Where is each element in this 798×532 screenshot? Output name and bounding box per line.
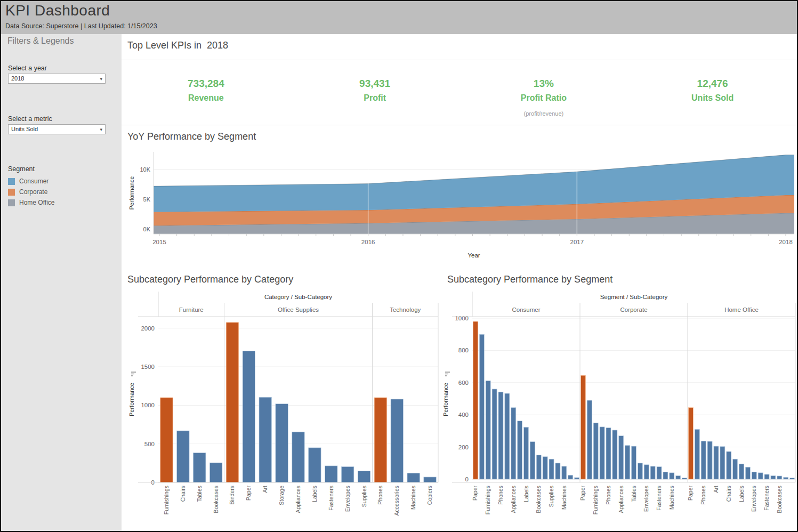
bar-label: Appliances — [510, 486, 517, 513]
subcategory-by-segment-chart[interactable]: Segment / Sub-Category02004006008001000C… — [442, 292, 795, 514]
bar — [549, 459, 554, 479]
bar-label: Envelopes — [344, 486, 351, 512]
consumer-swatch-icon — [8, 178, 15, 185]
bar-label: Paper — [579, 486, 586, 501]
bar — [727, 452, 731, 479]
group-label: Technology — [390, 307, 421, 313]
bar-label: Copiers — [426, 486, 433, 505]
group-label: Furniture — [179, 307, 204, 313]
bar-label: Envelopes — [751, 486, 757, 512]
dashboard-header: KPI Dashboard Data Source: Superstore | … — [1, 1, 797, 34]
bar — [771, 475, 776, 479]
bar-label: Envelopes — [643, 486, 649, 512]
subcategory-by-category-chart[interactable]: Category / Sub-Category0500100015002000F… — [128, 292, 438, 516]
bar — [625, 446, 630, 479]
bar — [619, 436, 624, 479]
filters-legends-title: Filters & Legends — [7, 36, 74, 46]
home-office-swatch-icon — [8, 199, 15, 206]
bar — [790, 478, 795, 479]
bar-label: Fasteners — [328, 486, 334, 511]
bar-label: Fasteners — [763, 486, 770, 511]
bar-label: Bookcases — [776, 486, 783, 513]
corporate-swatch-icon — [8, 189, 15, 196]
legend-label: Consumer — [19, 178, 49, 185]
bar — [777, 476, 782, 479]
bar — [518, 421, 522, 479]
bar — [707, 441, 712, 479]
x-axis-title: Year — [467, 252, 480, 259]
group-label: Corporate — [620, 307, 647, 313]
bar — [358, 471, 370, 482]
bar — [479, 334, 484, 479]
yoy-area-chart[interactable]: 0K5K10K2015201620172018YearPerformance — [128, 152, 794, 259]
bar — [209, 463, 222, 482]
dashboard-subtitle: Data Source: Superstore | Last Updated: … — [5, 22, 157, 30]
bar-label: Supplies — [548, 486, 554, 507]
bar — [752, 472, 756, 479]
charts-canvas[interactable]: 0K5K10K2015201620172018YearPerformanceCa… — [122, 34, 797, 531]
bar — [374, 398, 386, 482]
bar — [764, 474, 769, 479]
bar — [309, 448, 321, 482]
bar — [745, 467, 750, 479]
svg-text:2015: 2015 — [152, 239, 166, 245]
bar — [407, 473, 420, 482]
bar — [492, 389, 497, 479]
bar — [530, 442, 535, 479]
svg-text:1000: 1000 — [455, 315, 469, 321]
bar-label: Labels — [738, 486, 745, 502]
bar-label: Phones — [377, 486, 383, 505]
group-label: Office Supplies — [278, 307, 319, 313]
bar-label: Art — [713, 486, 719, 493]
bar — [391, 399, 403, 482]
svg-text:2000: 2000 — [141, 325, 155, 332]
svg-text:800: 800 — [458, 347, 469, 353]
sort-icon — [445, 372, 450, 376]
bar — [543, 457, 547, 479]
bar-label: Appliances — [295, 486, 301, 513]
legend-item-consumer[interactable]: Consumer — [8, 176, 54, 187]
bar-label: Binders — [229, 486, 235, 505]
bar — [575, 478, 579, 479]
bar — [720, 447, 725, 479]
bar-label: Storage — [278, 486, 285, 505]
year-filter-dropdown[interactable]: 2018 ▾ — [8, 74, 106, 84]
metric-filter-value: Units Sold — [11, 126, 38, 132]
group-label: Consumer — [512, 307, 540, 313]
bar — [784, 477, 788, 479]
svg-text:400: 400 — [458, 412, 469, 418]
bar — [341, 466, 353, 482]
bar — [644, 465, 649, 479]
bar — [682, 478, 687, 479]
bar-label: Phones — [700, 486, 706, 505]
bar-label: Appliances — [618, 486, 624, 513]
bar-label: Machines — [561, 486, 567, 510]
metric-filter-label: Select a metric — [8, 115, 52, 123]
svg-text:200: 200 — [458, 444, 469, 450]
bar — [536, 455, 541, 479]
svg-text:2017: 2017 — [570, 239, 584, 245]
bar-label: Fasteners — [656, 486, 662, 511]
bar — [606, 428, 611, 479]
bar-label: Tables — [631, 486, 637, 502]
bar — [581, 375, 585, 479]
bar — [670, 473, 674, 479]
bar — [243, 351, 255, 482]
bar-label: Chairs — [180, 486, 186, 502]
bar-label: Furnishings — [485, 486, 491, 514]
legend-item-corporate[interactable]: Corporate — [8, 187, 54, 197]
bar — [555, 463, 560, 479]
bar — [226, 323, 238, 482]
bar — [701, 441, 706, 479]
bar-label: Phones — [605, 486, 611, 505]
metric-filter-dropdown[interactable]: Units Sold ▾ — [8, 124, 106, 134]
y-axis-title: Performance — [442, 383, 449, 416]
bar — [568, 475, 573, 479]
bar — [758, 473, 763, 479]
bar-label: Machines — [668, 486, 675, 510]
bar-label: Bookcases — [535, 486, 542, 513]
legend-item-home-office[interactable]: Home Office — [8, 197, 54, 208]
svg-text:1000: 1000 — [141, 402, 155, 408]
bar-label: Furnishings — [163, 486, 170, 514]
bar — [733, 459, 738, 479]
